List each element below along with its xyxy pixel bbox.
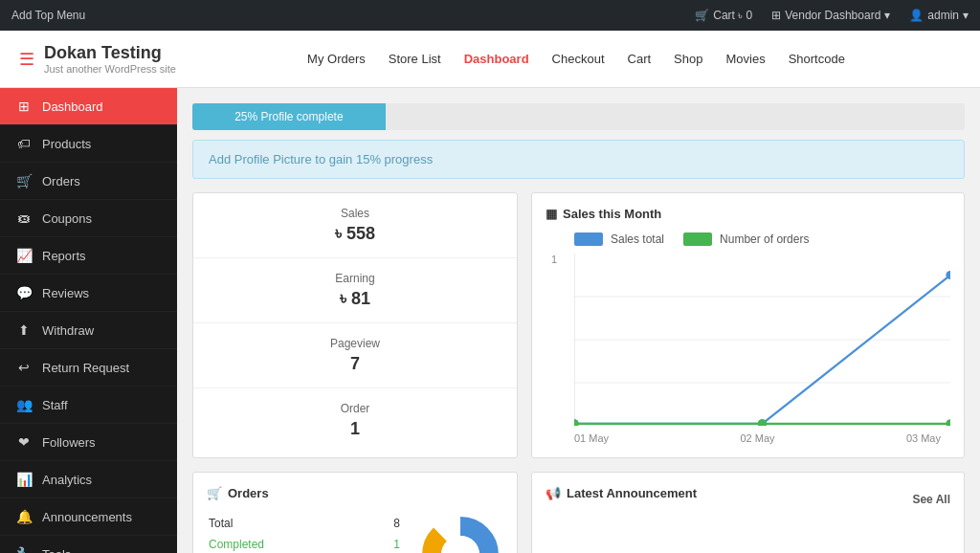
cart-icon: 🛒	[695, 9, 709, 22]
nav-checkout[interactable]: Checkout	[552, 52, 605, 66]
site-tagline: Just another WordPress site	[44, 63, 176, 75]
sidebar-label-announcements: Announcements	[42, 510, 132, 524]
admin-bar: Add Top Menu 🛒 Cart ৳ 0 ⊞ Vendor Dashboa…	[0, 0, 980, 31]
svg-point-8	[574, 419, 579, 426]
nav-shortcode[interactable]: Shortcode	[789, 52, 845, 66]
sidebar-item-return-request[interactable]: ↩ Return Request	[0, 349, 177, 387]
see-all-button[interactable]: See All	[912, 493, 950, 506]
nav-cart[interactable]: Cart	[628, 52, 652, 66]
bottom-row: 🛒 Orders Total 8 Completed 1	[192, 472, 965, 553]
profile-progress-bar-wrap: 25% Profile complete	[192, 103, 965, 130]
withdraw-icon: ⬆	[15, 322, 33, 338]
sidebar-label-analytics: Analytics	[42, 473, 92, 487]
chart-y-label: 1	[551, 254, 557, 265]
orders-title-text: Orders	[228, 486, 269, 500]
page-layout: Dashboard 🏷 Products 🛒 Orders 🎟 Coupons …	[0, 88, 980, 553]
announcement-title: 📢 Latest Announcement	[546, 486, 697, 500]
main-content: 25% Profile complete Add Profile Picture…	[177, 88, 980, 553]
sidebar-item-reports[interactable]: 📈 Reports	[0, 237, 177, 275]
x-label-01-may: 01 May	[574, 432, 609, 444]
stat-pageview-label: Pageview	[212, 337, 498, 350]
main-navigation: My Orders Store List Dashboard Checkout …	[191, 52, 961, 66]
sidebar-label-withdraw: Withdraw	[42, 323, 94, 338]
sidebar-item-tools[interactable]: 🔧 Tools	[0, 536, 177, 553]
sidebar-item-dashboard[interactable]: Dashboard	[0, 88, 177, 125]
coupons-icon: 🎟	[15, 210, 33, 226]
legend-orders-color	[683, 232, 712, 246]
nav-movies[interactable]: Movies	[725, 52, 765, 66]
stat-earning-value: ৳ 81	[212, 289, 498, 309]
legend-sales-color	[574, 232, 603, 246]
announcement-title-text: Latest Announcement	[567, 486, 697, 500]
site-title: Dokan Testing	[44, 43, 176, 63]
nav-store-list[interactable]: Store List	[389, 52, 441, 66]
stat-sales: Sales ৳ 558	[193, 193, 517, 258]
sidebar-item-analytics[interactable]: 📊 Analytics	[0, 461, 177, 498]
stat-earning: Earning ৳ 81	[193, 258, 517, 323]
chevron-down-icon: ▾	[963, 9, 969, 22]
stat-pageview-value: 7	[212, 354, 498, 374]
staff-icon: 👥	[15, 397, 33, 412]
sidebar-label-staff: Staff	[42, 398, 68, 412]
sidebar-item-coupons[interactable]: 🎟 Coupons	[0, 200, 177, 237]
sidebar-label-reviews: Reviews	[42, 286, 89, 300]
megaphone-icon: 📢	[546, 486, 561, 500]
chart-x-labels: 01 May 02 May 03 May	[546, 429, 950, 444]
x-label-03-may: 03 May	[906, 432, 941, 444]
sidebar-label-coupons: Coupons	[42, 211, 92, 226]
sidebar-label-products: Products	[42, 137, 91, 151]
add-top-menu[interactable]: Add Top Menu	[11, 9, 85, 22]
products-icon: 🏷	[15, 136, 33, 151]
reports-icon: 📈	[15, 248, 33, 263]
sidebar-item-followers[interactable]: ❤ Followers	[0, 424, 177, 461]
orders-icon: 🛒	[15, 173, 33, 188]
orders-row-completed: Completed 1	[209, 535, 400, 553]
nav-shop[interactable]: Shop	[674, 52, 702, 66]
stat-order-label: Order	[212, 402, 498, 415]
sidebar-item-withdraw[interactable]: ⬆ Withdraw	[0, 312, 177, 349]
sidebar-label-tools: Tools	[42, 547, 71, 554]
orders-table: Total 8 Completed 1 Pending 0 Processi	[207, 512, 402, 553]
sidebar-item-staff[interactable]: 👥 Staff	[0, 387, 177, 424]
legend-orders-label: Number of orders	[720, 232, 809, 246]
site-logo: ☰ Dokan Testing Just another WordPress s…	[19, 43, 191, 75]
nav-dashboard[interactable]: Dashboard	[464, 52, 529, 66]
chevron-down-icon: ▾	[884, 9, 890, 22]
svg-point-10	[946, 419, 950, 426]
x-label-02-may: 02 May	[740, 432, 774, 444]
sidebar-item-announcements[interactable]: 🔔 Announcements	[0, 498, 177, 536]
stat-sales-label: Sales	[212, 207, 498, 220]
sales-chart-panel: ▦ Sales this Month Sales total Number of…	[531, 192, 965, 458]
tools-icon: 🔧	[15, 546, 33, 553]
profile-progress-label: 25% Profile complete	[234, 110, 343, 123]
hamburger-button[interactable]: ☰	[19, 49, 34, 70]
analytics-icon: 📊	[15, 472, 33, 487]
profile-progress-bar: 25% Profile complete	[192, 103, 386, 130]
orders-label-completed: Completed	[209, 535, 379, 553]
dashboard-icon	[15, 99, 33, 114]
sidebar-item-reviews[interactable]: 💬 Reviews	[0, 275, 177, 312]
legend-sales-total: Sales total	[574, 232, 664, 246]
admin-user-item[interactable]: 👤 admin ▾	[909, 9, 969, 22]
nav-my-orders[interactable]: My Orders	[307, 52, 366, 66]
sidebar-label-dashboard: Dashboard	[42, 100, 103, 114]
stat-pageview: Pageview 7	[193, 323, 517, 388]
legend-sales-label: Sales total	[611, 232, 664, 246]
profile-alert-text: Add Profile Picture to gain 15% progress	[209, 152, 433, 166]
site-header: ☰ Dokan Testing Just another WordPress s…	[0, 31, 980, 88]
sidebar-item-orders[interactable]: 🛒 Orders	[0, 163, 177, 200]
stats-panel: Sales ৳ 558 Earning ৳ 81 Pageview 7 Orde…	[192, 192, 518, 458]
sales-chart-svg	[574, 254, 950, 426]
sidebar-item-products[interactable]: 🏷 Products	[0, 125, 177, 163]
orders-label-total: Total	[209, 514, 379, 533]
stats-chart-row: Sales ৳ 558 Earning ৳ 81 Pageview 7 Orde…	[192, 192, 965, 458]
sidebar: Dashboard 🏷 Products 🛒 Orders 🎟 Coupons …	[0, 88, 177, 553]
stat-earning-label: Earning	[212, 272, 498, 285]
announcement-panel-header: 📢 Latest Announcement See All	[546, 486, 950, 512]
chart-title: ▦ Sales this Month	[546, 207, 950, 221]
profile-alert: Add Profile Picture to gain 15% progress	[192, 140, 965, 179]
cart-item[interactable]: 🛒 Cart ৳ 0	[695, 9, 752, 22]
followers-icon: ❤	[15, 434, 33, 450]
sidebar-label-return: Return Request	[42, 361, 129, 375]
vendor-dashboard-item[interactable]: ⊞ Vendor Dashboard ▾	[771, 9, 890, 22]
